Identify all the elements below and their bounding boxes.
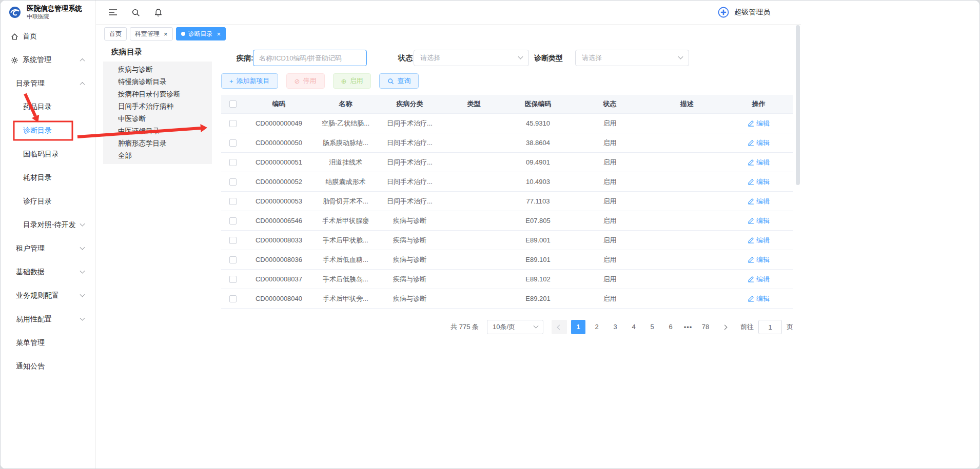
disable-button[interactable]: ⊘ 停用 — [286, 73, 325, 89]
disease-category-item[interactable]: 全部 — [103, 150, 212, 162]
user-menu[interactable]: 超级管理员 — [717, 6, 770, 18]
sidebar-item-consumables-catalog[interactable]: 耗材目录 — [1, 166, 95, 190]
edit-button[interactable]: 编辑 — [748, 158, 770, 167]
cell-description — [650, 172, 724, 191]
panel-title: 疾病目录 — [103, 47, 212, 57]
edit-button[interactable]: 编辑 — [748, 216, 770, 226]
page-size-select[interactable]: 10条/页 — [487, 320, 543, 334]
cell-category: 疾病与诊断 — [378, 250, 442, 269]
page-number[interactable]: 2 — [590, 320, 604, 334]
close-icon[interactable]: × — [217, 31, 221, 37]
sidebar-item-drug-catalog[interactable]: 药品目录 — [1, 95, 95, 119]
sidebar-item-tenant-management[interactable]: 租户管理 — [1, 237, 95, 260]
column-header-description: 描述 — [650, 95, 724, 113]
row-checkbox[interactable] — [229, 159, 237, 166]
tab-diagnosis-catalog[interactable]: 诊断目录 × — [176, 27, 226, 40]
page-number[interactable]: 3 — [608, 320, 622, 334]
sidebar-item-business-rules[interactable]: 业务规则配置 — [1, 284, 95, 308]
cell-description — [650, 133, 724, 152]
search-icon[interactable] — [131, 8, 140, 17]
edit-button[interactable]: 编辑 — [748, 255, 770, 264]
sidebar-item-basic-data[interactable]: 基础数据 — [1, 260, 95, 284]
sidebar-item-label: 耗材目录 — [23, 173, 52, 182]
sidebar-item-usability-config[interactable]: 易用性配置 — [1, 308, 95, 331]
sidebar-item-home[interactable]: 首页 — [1, 25, 95, 48]
page-number[interactable]: 4 — [626, 320, 641, 334]
sidebar-item-menu-management[interactable]: 菜单管理 — [1, 331, 95, 355]
diagnosis-type-select[interactable]: 请选择 — [575, 50, 689, 66]
disease-category-item[interactable]: 按病种目录付费诊断 — [103, 88, 212, 100]
pages-ellipsis[interactable]: ••• — [682, 323, 694, 331]
row-checkbox[interactable] — [229, 256, 237, 263]
page-number[interactable]: 1 — [571, 320, 585, 334]
chevron-down-icon — [80, 315, 85, 320]
edit-label: 编辑 — [756, 138, 770, 148]
sidebar-item-label: 系统管理 — [23, 55, 51, 65]
sidebar-item-system-management[interactable]: 系统管理 — [1, 48, 95, 72]
row-checkbox[interactable] — [229, 237, 237, 244]
disease-category-item[interactable]: 疾病与诊断 — [103, 64, 212, 76]
cell-category: 日间手术治疗... — [378, 153, 442, 172]
edit-button[interactable]: 编辑 — [748, 138, 770, 148]
edit-button[interactable]: 编辑 — [748, 294, 770, 303]
column-header-status: 状态 — [570, 95, 650, 113]
disease-category-item[interactable]: 肿瘤形态学目录 — [103, 137, 212, 150]
goto-page-input[interactable] — [758, 320, 782, 334]
tab-department-management[interactable]: 科室管理 × — [130, 27, 173, 40]
row-checkbox[interactable] — [229, 178, 237, 186]
sidebar-item-catalog-mapping[interactable]: 目录对照-待开发 — [1, 213, 95, 237]
next-page-button[interactable] — [717, 320, 732, 334]
disease-category-item[interactable]: 中医证候目录 — [103, 125, 212, 137]
sidebar: 医院信息管理系统 中联医院 首页 系统管理 目录 — [1, 1, 96, 468]
row-checkbox[interactable] — [229, 295, 237, 302]
sidebar-item-notice[interactable]: 通知公告 — [1, 355, 95, 378]
disease-category-item[interactable]: 中医诊断 — [103, 113, 212, 125]
toolbar: + 添加新项目 ⊘ 停用 ⊕ 启用 查询 — [221, 73, 793, 89]
cell-status: 启用 — [570, 153, 650, 172]
brand: 医院信息管理系统 中联医院 — [1, 1, 95, 25]
disease-search-input[interactable] — [253, 50, 367, 66]
sidebar-item-label: 业务规则配置 — [16, 291, 59, 300]
disease-category-item[interactable]: 日间手术治疗病种 — [103, 100, 212, 113]
scrollbar-thumb[interactable] — [796, 25, 800, 185]
prev-page-button[interactable] — [552, 320, 567, 334]
sidebar-item-catalog-management[interactable]: 目录管理 — [1, 72, 95, 95]
cell-status: 启用 — [570, 289, 650, 308]
row-checkbox[interactable] — [229, 276, 237, 283]
tab-home[interactable]: 首页 — [104, 27, 127, 40]
page-number[interactable]: 6 — [663, 320, 678, 334]
tab-label: 诊断目录 — [188, 30, 213, 38]
sidebar-item-treatment-catalog[interactable]: 诊疗目录 — [1, 190, 95, 213]
edit-button[interactable]: 编辑 — [748, 197, 770, 206]
admin-name: 超级管理员 — [734, 8, 770, 17]
edit-button[interactable]: 编辑 — [748, 119, 770, 128]
pagination: 共 775 条 10条/页 1 2 3 4 5 6 ••• 78 — [221, 320, 793, 334]
table-row: CD0000000050 肠系膜动脉结... 日间手术治疗... 38.8604… — [221, 133, 793, 153]
column-header-category: 疾病分类 — [378, 95, 442, 113]
topbar: 超级管理员 — [96, 1, 801, 25]
edit-button[interactable]: 编辑 — [748, 275, 770, 284]
disease-category-item[interactable]: 特慢病诊断目录 — [103, 76, 212, 88]
row-checkbox[interactable] — [229, 217, 237, 225]
goto-suffix: 页 — [787, 322, 793, 332]
page-number[interactable]: 5 — [645, 320, 659, 334]
edit-button[interactable]: 编辑 — [748, 236, 770, 245]
bell-icon[interactable] — [154, 8, 163, 17]
query-button[interactable]: 查询 — [379, 73, 419, 89]
edit-button[interactable]: 编辑 — [748, 177, 770, 187]
close-icon[interactable]: × — [164, 31, 168, 37]
page-number-last[interactable]: 78 — [698, 320, 713, 334]
cell-name: 结膜囊成形术 — [313, 172, 378, 191]
row-checkbox[interactable] — [229, 120, 237, 127]
collapse-menu-icon[interactable] — [108, 9, 117, 16]
sidebar-item-diagnosis-catalog[interactable]: 诊断目录 — [1, 119, 95, 142]
row-checkbox[interactable] — [229, 139, 237, 147]
add-item-button[interactable]: + 添加新项目 — [221, 73, 278, 89]
sidebar-item-national-code-catalog[interactable]: 国临码目录 — [1, 142, 95, 166]
enable-button[interactable]: ⊕ 启用 — [333, 73, 371, 89]
select-all-checkbox[interactable] — [229, 100, 237, 108]
status-select[interactable]: 请选择 — [414, 50, 529, 66]
cell-insurance-code: 09.4901 — [506, 153, 570, 172]
cell-status: 启用 — [570, 133, 650, 152]
row-checkbox[interactable] — [229, 198, 237, 205]
